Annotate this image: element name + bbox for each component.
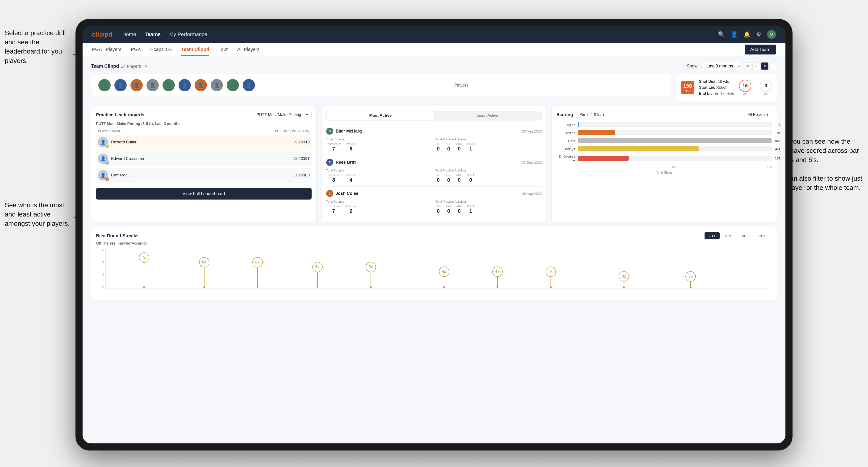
view-icons: ⊞ ⊟ ≡ ↕ [744, 62, 777, 70]
player-2-putt: PUTT 0 [467, 174, 474, 183]
tab-most-active[interactable]: Most Active [327, 111, 434, 120]
grid-large-view[interactable]: ⊞ [744, 62, 751, 70]
player-avatar-3[interactable]: 👤 [130, 79, 143, 91]
nav-home[interactable]: Home [122, 31, 136, 37]
subnav-hcaps[interactable]: Hcaps 1-5 [150, 43, 172, 56]
player-3-ott: OTT 0 [435, 205, 441, 214]
user-avatar[interactable]: U [767, 30, 776, 39]
shot-divider: → [753, 85, 758, 90]
list-view[interactable]: ≡ [761, 62, 769, 70]
player-2-name-row: R Rees Britt [326, 159, 356, 166]
y-label-2: 2 [102, 273, 104, 276]
player-1-putt: PUTT 1 [467, 143, 474, 152]
view-full-leaderboard-button[interactable]: View Full Leaderboard [96, 188, 312, 199]
player-filter-button[interactable]: All Players ▾ [744, 111, 772, 118]
streak-line [371, 272, 371, 286]
bar-value: 311 [775, 147, 780, 151]
annotation-top-left: Select a practice drill and see the lead… [5, 28, 71, 65]
streak-dot [550, 286, 552, 288]
player-avatar-7[interactable]: 👤 [195, 79, 207, 91]
sort-view[interactable]: ↕ [769, 62, 777, 70]
users-icon[interactable]: 👤 [731, 31, 738, 38]
streak-dot [690, 286, 691, 288]
streak-bubble: 4x [492, 267, 503, 277]
streak-line [497, 277, 498, 286]
player-2-rounds-values: Tournament 8 Practice 4 [326, 174, 433, 183]
player-avatar-1[interactable]: 👤 [98, 79, 111, 91]
player-1-tournament: Tournament 7 [326, 143, 341, 152]
streak-point-6: 4x [492, 267, 503, 288]
filter-app[interactable]: APP [721, 232, 736, 239]
player-2-header: R Rees Britt 02 Sep 2023 [326, 159, 542, 166]
subnav-all-players[interactable]: All Players [237, 43, 259, 56]
player-filter-label: All Players [748, 113, 766, 117]
lb-avatar-1: 👤 1 [98, 137, 108, 148]
streak-dot [497, 286, 498, 288]
streak-line [317, 272, 318, 286]
filter-ott[interactable]: OTT [705, 232, 720, 239]
subnav-pga[interactable]: PGA [131, 43, 141, 56]
bar-row-pars: Pars 499 [556, 138, 772, 144]
streak-bubble: 4x [546, 267, 556, 277]
lb-row-3[interactable]: 👤 3 Cameron... 17/20 103 [96, 168, 312, 183]
subnav-tour[interactable]: Tour [219, 43, 228, 56]
y-label-0: 0 [102, 285, 104, 288]
three-columns: Practice Leaderboards PUTT Must Make Put… [91, 106, 777, 222]
streak-point-0: 7x [139, 252, 149, 288]
player-1-arg: ARG 0 [456, 143, 462, 152]
add-team-button[interactable]: Add Team [745, 44, 776, 55]
lb-row-1[interactable]: 👤 1 Richard Butler... 19/20 110 [96, 135, 312, 150]
nav-my-performance[interactable]: My Performance [169, 31, 207, 37]
par-filter-button[interactable]: Par 3, 4 & 5s ▾ [576, 111, 608, 118]
drill-dropdown[interactable]: PUTT Must Make Putting... ▾ [253, 111, 312, 119]
filter-putt[interactable]: PUTT [755, 232, 772, 239]
player-2-name: Rees Britt [336, 160, 356, 165]
player-avatar-6[interactable]: 👤 [179, 79, 191, 91]
streak-line [444, 277, 444, 286]
subnav-team-clippd[interactable]: Team Clippd [181, 43, 209, 56]
grid-small-view[interactable]: ⊟ [752, 62, 760, 70]
annotation-bottom-left: See who is the most and least active amo… [5, 200, 71, 228]
nav-icons: 🔍 👤 🔔 ⚙ U [718, 30, 776, 39]
player-1-avatar: B [326, 128, 333, 135]
show-dropdown[interactable]: Last 3 months [702, 62, 741, 70]
player-2-rounds-group: Total Rounds Tournament 8 Practice 4 [326, 168, 433, 183]
streak-bubble: 7x [139, 252, 149, 263]
tablet-device: clippd Home Teams My Performance 🔍 👤 🔔 ⚙… [75, 19, 793, 450]
settings-icon[interactable]: ⚙ [756, 31, 762, 38]
subnav-pgat[interactable]: PGAT Players [92, 43, 121, 56]
player-3-activities-group: Total Practice Activities OTT 0 APP 0 [435, 200, 542, 214]
streak-bubble: 5x [312, 262, 323, 272]
search-icon[interactable]: 🔍 [718, 31, 725, 38]
lb-row-2[interactable]: 👤 2 Edward Crossman 18/20 107 [96, 151, 312, 166]
tab-least-active[interactable]: Least Active [434, 111, 541, 120]
player-avatar-8[interactable]: 👤 [211, 79, 223, 91]
player-3-rounds-group: Total Rounds Tournament 7 Practice 2 [326, 200, 433, 214]
shot-dist-label: Shot Dist: [699, 80, 717, 84]
nav-teams[interactable]: Teams [145, 31, 161, 37]
player-3-name-row: J Josh Coles [326, 190, 358, 197]
bell-icon[interactable]: 🔔 [743, 31, 750, 38]
player-3-activities-values: OTT 0 APP 0 ARG 0 [435, 205, 542, 214]
show-label: Show: [687, 64, 699, 69]
player-2-tournament: Tournament 8 [326, 174, 341, 183]
scoring-title: Scoring [556, 112, 573, 117]
filter-arg[interactable]: ARG [738, 232, 753, 239]
edit-icon[interactable]: ✏ [145, 64, 148, 68]
lb-name-2: Edward Crossman [111, 156, 144, 161]
player-avatar-10[interactable]: 👤 [243, 79, 255, 91]
col-player-name: PLAYER NAME [98, 129, 275, 133]
player-avatar-2[interactable]: 👤 [115, 79, 127, 91]
bar-value: 499 [775, 139, 780, 143]
streak-dot [257, 286, 258, 288]
player-1-ott: OTT 0 [435, 143, 441, 152]
player-avatar-9[interactable]: 👤 [227, 79, 239, 91]
bar-label: Bogeys [556, 147, 575, 151]
player-avatar-4[interactable]: 👤 [147, 79, 159, 91]
bar-value: 3 [779, 123, 780, 127]
player-avatar-5[interactable]: 👤 [162, 79, 175, 91]
activity-panel: Most Active Least Active B Blair McHarg … [321, 106, 547, 222]
player-2-app: APP 0 [446, 174, 452, 183]
player-2-ott: OTT 0 [435, 174, 441, 183]
end-lie-value: In The Hole [715, 92, 734, 96]
